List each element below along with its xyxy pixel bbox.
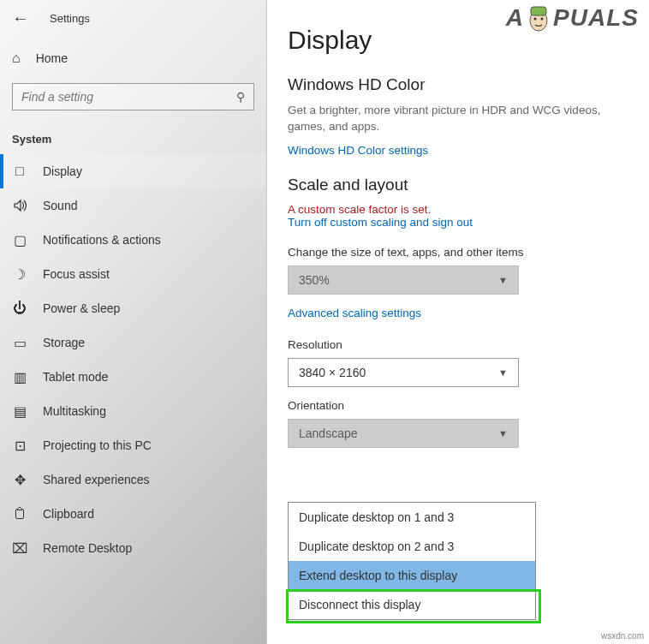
orientation-value: Landscape	[299, 426, 358, 440]
sidebar-item-clipboard[interactable]: 📋︎ Clipboard	[0, 497, 266, 531]
sidebar-item-multitasking[interactable]: ▤ Multitasking	[0, 394, 266, 428]
chevron-down-icon: ▼	[498, 367, 508, 378]
home-label: Home	[36, 51, 68, 65]
shared-icon: ✥	[12, 472, 27, 487]
resolution-value: 3840 × 2160	[299, 366, 366, 379]
hd-color-settings-link[interactable]: Windows HD Color settings	[288, 144, 628, 157]
scale-heading: Scale and layout	[288, 176, 628, 194]
nav-label: Display	[43, 164, 82, 178]
nav-label: Clipboard	[43, 507, 94, 521]
popup-option-duplicate-2-3[interactable]: Duplicate desktop on 2 and 3	[289, 532, 535, 561]
nav-label: Remote Desktop	[43, 541, 132, 555]
resolution-dropdown[interactable]: 3840 × 2160 ▼	[288, 358, 519, 387]
nav-label: Tablet mode	[43, 370, 108, 384]
sidebar: ← Settings ⌂ Home ⚲ System □ Display Sou…	[0, 0, 267, 644]
tablet-icon: ▥	[12, 369, 27, 385]
multi-display-popup: Duplicate desktop on 1 and 3 Duplicate d…	[288, 502, 536, 620]
sidebar-item-home[interactable]: ⌂ Home	[0, 42, 266, 75]
resolution-label: Resolution	[288, 338, 628, 351]
watermark-pre: A	[506, 4, 524, 32]
focus-icon: ☽	[12, 266, 27, 282]
orientation-label: Orientation	[288, 399, 628, 412]
sidebar-item-focus-assist[interactable]: ☽ Focus assist	[0, 257, 266, 291]
sound-icon	[12, 198, 27, 213]
custom-scale-warning: A custom scale factor is set.	[288, 203, 628, 216]
nav-label: Power & sleep	[43, 301, 120, 315]
sidebar-item-power-sleep[interactable]: ⏻ Power & sleep	[0, 291, 266, 325]
nav-label: Multitasking	[43, 404, 106, 418]
nav-label: Sound	[43, 199, 77, 212]
footer-source: wsxdn.com	[601, 631, 644, 641]
search-input[interactable]	[21, 90, 236, 104]
home-icon: ⌂	[12, 51, 21, 66]
orientation-dropdown[interactable]: Landscape ▼	[288, 419, 519, 448]
nav-label: Focus assist	[43, 267, 110, 281]
sidebar-item-sound[interactable]: Sound	[0, 188, 266, 223]
sidebar-item-notifications[interactable]: ▢ Notifications & actions	[0, 223, 266, 257]
nav-label: Shared experiences	[43, 473, 150, 486]
text-size-dropdown[interactable]: 350% ▼	[288, 265, 519, 295]
watermark-logo: A PUALS	[506, 3, 639, 33]
sidebar-item-display[interactable]: □ Display	[0, 154, 266, 188]
project-icon: ⊡	[12, 438, 27, 453]
notifications-icon: ▢	[12, 232, 27, 247]
svg-point-2	[534, 18, 537, 21]
sidebar-item-storage[interactable]: ▭ Storage	[0, 325, 266, 360]
multitask-icon: ▤	[12, 403, 27, 419]
svg-point-3	[541, 18, 544, 21]
storage-icon: ▭	[12, 335, 27, 350]
sidebar-item-remote-desktop[interactable]: ⌧ Remote Desktop	[0, 531, 266, 565]
text-size-value: 350%	[299, 273, 330, 287]
chevron-down-icon: ▼	[498, 275, 508, 285]
watermark-post: PUALS	[553, 4, 639, 32]
hd-color-desc: Get a brighter, more vibrant picture in …	[288, 103, 628, 135]
svg-rect-1	[531, 7, 546, 15]
search-box[interactable]: ⚲	[12, 83, 254, 110]
section-label-system: System	[0, 119, 266, 154]
sidebar-header: ← Settings	[0, 0, 266, 37]
turn-off-scaling-link[interactable]: Turn off custom scaling and sign out	[288, 216, 628, 229]
sidebar-item-projecting[interactable]: ⊡ Projecting to this PC	[0, 428, 266, 462]
text-size-label: Change the size of text, apps, and other…	[288, 246, 628, 259]
hd-color-heading: Windows HD Color	[288, 75, 628, 94]
chevron-down-icon: ▼	[498, 428, 508, 438]
sidebar-item-tablet-mode[interactable]: ▥ Tablet mode	[0, 360, 266, 394]
nav-label: Storage	[43, 336, 85, 349]
back-arrow-icon[interactable]: ←	[12, 9, 29, 28]
display-icon: □	[12, 164, 27, 179]
main-content: A PUALS Display Windows HD Color Get a b…	[267, 0, 649, 644]
popup-option-extend[interactable]: Extend desktop to this display	[289, 561, 535, 590]
watermark-face-icon	[526, 3, 551, 33]
popup-option-duplicate-1-3[interactable]: Duplicate desktop on 1 and 3	[289, 503, 535, 532]
advanced-scaling-link[interactable]: Advanced scaling settings	[288, 307, 628, 319]
popup-option-disconnect[interactable]: Disconnect this display	[289, 590, 535, 619]
nav-label: Notifications & actions	[43, 233, 161, 247]
search-icon: ⚲	[236, 90, 245, 104]
power-icon: ⏻	[12, 301, 27, 316]
window-title: Settings	[50, 12, 90, 25]
clipboard-icon: 📋︎	[12, 506, 27, 522]
nav-label: Projecting to this PC	[43, 438, 152, 452]
remote-icon: ⌧	[12, 540, 27, 556]
sidebar-item-shared-experiences[interactable]: ✥ Shared experiences	[0, 462, 266, 497]
